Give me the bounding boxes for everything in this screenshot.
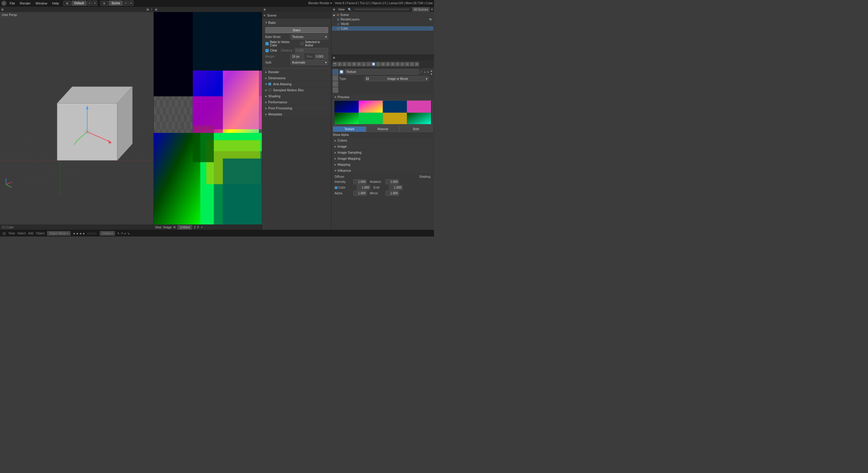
global-dropdown[interactable]: Global ▾ [100, 231, 115, 235]
status-select-btn[interactable]: Select [18, 232, 26, 235]
vertex-prop-icon[interactable]: ⊡ [396, 62, 400, 66]
data-prop-icon[interactable]: △ [362, 62, 366, 66]
physics-prop-icon[interactable]: ⊗ [381, 62, 385, 66]
imagesampling-section-header[interactable]: ▶ Image Sampling [333, 150, 433, 155]
modifier-prop-icon[interactable]: ⊟ [357, 62, 361, 66]
mirror-value[interactable]: 1.000 [385, 191, 399, 196]
preview-tab-texture[interactable]: Texture [333, 126, 366, 132]
workspace-add[interactable]: + [87, 1, 92, 6]
status-view-btn[interactable]: View [8, 232, 15, 235]
metadata-section-header[interactable]: ▶ Metadata [264, 112, 330, 117]
properties-content[interactable]: ▶ Bake Bake Bake Mode: Textures ▾ Bake t… [262, 19, 331, 230]
selected-active-checkbox[interactable] [300, 42, 304, 45]
tree-item-cube[interactable]: ⬡ Cube ⊽ [332, 26, 433, 31]
tree-item-world[interactable]: ◎ World [332, 22, 433, 26]
menu-help[interactable]: Help [51, 1, 60, 6]
mapping-section-header[interactable]: ▶ Mapping [333, 162, 433, 167]
texture-prop-icon[interactable]: ⬜ [371, 62, 375, 66]
texture-add-btn[interactable]: + [424, 70, 426, 74]
performance-section-header[interactable]: ▶ Performance [264, 99, 330, 105]
link-prop-icon[interactable]: ⊕ [386, 62, 390, 66]
extra-prop-icon4[interactable]: ⊕ [415, 62, 419, 66]
motionblur-checkbox[interactable] [268, 89, 271, 92]
aa-checkbox[interactable] [268, 83, 271, 86]
status-object-btn[interactable]: Object [36, 232, 44, 235]
tex-props-content[interactable]: ⬜ ✓ + × Type: 🎞 Image or Movie [332, 68, 434, 230]
motionblur-section-header[interactable]: ▶ Sampled Motion Blur [264, 87, 330, 93]
preview-tab-material[interactable]: Material [366, 126, 400, 132]
material-prop-icon[interactable]: ○ [367, 62, 371, 66]
imagemapping-section-header[interactable]: ▶ Image Mapping [333, 156, 433, 161]
bake-section-header[interactable]: ▶ Bake [264, 20, 330, 25]
node-prop-icon[interactable]: ⊞ [391, 62, 395, 66]
scroll-down[interactable]: ▼ [430, 73, 433, 75]
bake-mode-dropdown[interactable]: Textures ▾ [290, 34, 328, 39]
influence-section-header[interactable]: ▶ Influence [333, 168, 433, 173]
texture-type-dropdown[interactable]: 🎞 Image or Movie ▾ [365, 76, 429, 81]
bake-button[interactable]: Bake [265, 27, 328, 33]
outliner-view-btn[interactable]: View [338, 8, 345, 11]
extra-prop-icon2[interactable]: ⊛ [405, 62, 409, 66]
status-add-btn[interactable]: Add [28, 232, 33, 235]
mode-dropdown[interactable]: Object Mode ▾ [47, 231, 70, 235]
preview-header[interactable]: ▶ Preview [333, 94, 433, 100]
render-prop-icon[interactable]: 📷 [333, 62, 337, 66]
texture-slot-1[interactable] [333, 69, 338, 75]
texture-name-input[interactable] [345, 69, 418, 74]
particle-prop-icon[interactable]: ∴ [376, 62, 380, 66]
postprocessing-section-header[interactable]: ▶ Post Processing [264, 105, 330, 111]
image-name-display[interactable]: Untitled [178, 225, 192, 229]
scroll-up[interactable]: ▲ [430, 69, 433, 72]
distance-field[interactable]: 0.000 [295, 48, 328, 53]
aa-section-header[interactable]: ▶ Anti-Aliasing [264, 81, 330, 87]
workspace-close[interactable]: × [93, 1, 97, 6]
viewport-expand-icon[interactable]: ⊞ [147, 8, 149, 11]
outliner-search[interactable] [354, 9, 409, 10]
texture-remove-btn[interactable]: × [427, 70, 429, 74]
shading-section-header[interactable]: ▶ Shading [264, 93, 330, 99]
menu-window[interactable]: Window [34, 1, 49, 6]
outliner-dropdown-arrow[interactable]: ▾ [431, 8, 433, 11]
bake-vertex-checkbox[interactable] [265, 42, 269, 45]
extra-prop-icon3[interactable]: ⬡ [410, 62, 414, 66]
texture-slot-4[interactable] [333, 87, 338, 93]
extra-prop-icon1[interactable]: ⊙ [400, 62, 404, 66]
image-add-btn[interactable]: + [201, 226, 203, 229]
color-value[interactable]: 1.000 [357, 185, 370, 190]
viewport-canvas[interactable]: User Persp [0, 12, 153, 224]
margin-field[interactable]: 16 px [290, 54, 304, 59]
dimensions-section-header[interactable]: ▶ Dimensions [264, 75, 330, 81]
scene-close[interactable]: × [129, 1, 133, 6]
preview-tab-both[interactable]: Both [399, 126, 433, 132]
object-prop-icon[interactable]: ⬡ [347, 62, 351, 66]
image-section-header[interactable]: ▶ Image [333, 144, 433, 149]
bias-field[interactable]: 0.001 [315, 54, 328, 59]
split-dropdown[interactable]: Automatic ▾ [290, 60, 328, 65]
world-prop-icon[interactable]: ◎ [342, 62, 347, 66]
menu-file[interactable]: File [8, 1, 16, 6]
menu-render[interactable]: Render [19, 1, 32, 6]
texture-slot-3[interactable] [333, 81, 338, 87]
image-view-btn[interactable]: View [155, 226, 161, 229]
outliner-all-scenes[interactable]: All Scenes [412, 7, 430, 12]
engine-selector[interactable]: Blender Render ▾ [308, 1, 332, 5]
tree-item-renderlayers[interactable]: ⊞ RenderLayers 📷 [332, 17, 433, 22]
intensity-value[interactable]: 1.000 [353, 179, 367, 184]
scene-prop-icon[interactable]: ⊛ [338, 62, 342, 66]
scene-add[interactable]: + [123, 1, 128, 6]
constraint-prop-icon[interactable]: ⊠ [352, 62, 356, 66]
ambient-value[interactable]: 1.000 [385, 179, 399, 184]
cube-filter-icon[interactable]: ⊽ [430, 27, 432, 30]
colors-section-header[interactable]: ▶ Colors [333, 138, 433, 143]
render-section-header[interactable]: ▶ Render [264, 69, 330, 75]
alpha-value[interactable]: 1.000 [353, 191, 367, 196]
viewport-maximize-icon[interactable]: ↑ [151, 8, 152, 11]
clear-checkbox[interactable] [265, 49, 269, 53]
workspace-default[interactable]: Default [72, 1, 87, 6]
color-checkbox[interactable] [335, 186, 338, 189]
scene-name[interactable]: Scene [109, 1, 123, 6]
emit-value[interactable]: 1.000 [389, 185, 403, 190]
texture-slot-2[interactable] [333, 75, 338, 81]
tree-item-scene[interactable]: ▶ ⊛ Scene [332, 13, 433, 17]
texture-enabled-checkmark[interactable]: ✓ [420, 70, 423, 74]
